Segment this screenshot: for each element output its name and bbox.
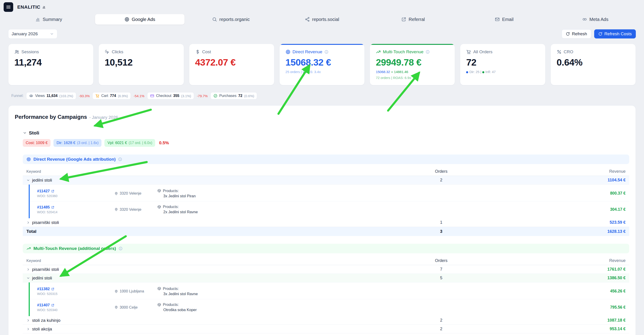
tab-referral[interactable]: Referral: [368, 14, 458, 25]
order-products: Products: 3x Jedilni stol Piran: [154, 189, 574, 198]
keyword-revenue: 1104.54 €: [484, 178, 629, 183]
direct-badge: Dir: 1628 € (3 ord. | 1.6x): [54, 139, 102, 147]
products-label: Products:: [163, 302, 179, 307]
keyword-row-pisarniski-stoli[interactable]: pisarniški stoli 7 1761.07 €: [23, 265, 629, 274]
refresh-costs-label: Refresh Costs: [604, 32, 632, 37]
keyword-row-stoli-akcija[interactable]: stoli akcija 2 953.14 €: [23, 325, 629, 333]
external-link-icon: [51, 206, 54, 209]
trending-up-icon: [26, 246, 31, 251]
info-icon[interactable]: [118, 157, 122, 161]
keyword-revenue: 1386.50 €: [484, 276, 629, 280]
refresh-label: Refresh: [572, 32, 587, 37]
order-location-text: 3000 Celje: [120, 305, 138, 309]
multi-touch-revenue-section: Multi-Touch Revenue (additional orders) …: [23, 244, 629, 335]
stage-value: 774: [110, 94, 116, 98]
products-label: Products:: [163, 286, 179, 291]
keyword: stoli za kuhinjo: [32, 318, 60, 323]
report-tabs: Summary Google Ads reports.organic repor…: [3, 14, 641, 25]
app-logo: ENALITIC: [17, 4, 46, 10]
page-title-text: Performance by Campaigns: [15, 114, 87, 120]
keyword-row-jedilni-stoli[interactable]: jedilni stoli 5 1386.50 €: [23, 274, 629, 282]
order-link[interactable]: #11427: [37, 189, 114, 193]
keyword-row-poceni-stoli[interactable]: poceni stoli 1 833.40 €: [23, 333, 629, 335]
meta-icon: [582, 17, 587, 22]
info-icon[interactable]: [118, 246, 122, 251]
orders-count: 2: [399, 326, 484, 331]
order-link[interactable]: #11407: [37, 303, 114, 307]
info-icon[interactable]: [426, 50, 430, 54]
tab-label: Summary: [42, 17, 62, 22]
tab-email[interactable]: Email: [460, 14, 549, 25]
kpi-label: Sessions: [22, 49, 39, 54]
campaign-header[interactable]: Stoli: [23, 130, 629, 136]
share-icon: [305, 17, 310, 22]
order-id: #11485: [37, 205, 50, 210]
chevron-down-icon: [50, 32, 54, 36]
map-pin-icon: [114, 305, 118, 309]
order-location-text: 3320 Velenje: [120, 191, 141, 195]
tab-label: Referral: [408, 17, 425, 22]
kpi-label: CRO: [564, 49, 573, 54]
target-icon: [124, 17, 130, 22]
stage-name: Views: [35, 94, 44, 98]
keyword-row-pisarniski-stoli[interactable]: pisarniški stoli 1 523.59 €: [23, 218, 629, 227]
period-select[interactable]: January 2026: [8, 29, 57, 39]
products-label: Products:: [163, 189, 179, 193]
funnel-stage-cart: Cart 774 (6.9%): [92, 92, 131, 100]
direct-badge-detail: (3 ord. | 1.6x): [77, 141, 99, 145]
eye-icon: [29, 94, 33, 98]
order-revenue: 795.56 €: [574, 305, 629, 310]
percent-icon: [557, 49, 562, 54]
kpi-label: Direct Revenue: [292, 49, 322, 54]
separator: |: [480, 70, 481, 74]
cart-icon: [466, 49, 471, 54]
tab-summary[interactable]: Summary: [4, 14, 93, 25]
order-location: 1000 Ljubljana: [114, 289, 154, 293]
order-products: Products: 2x Jedilni stol Ravne: [154, 205, 574, 214]
tab-reports-social[interactable]: reports.social: [277, 14, 366, 25]
refresh-costs-button[interactable]: Refresh Costs: [594, 29, 636, 39]
order-woo-id: WOO: 520315: [37, 292, 114, 296]
direct-dot: [466, 71, 468, 73]
direct-revenue-header: Direct Revenue (Google Ads attribution): [23, 155, 629, 164]
funnel-label: Funnel:: [11, 94, 24, 98]
order-link[interactable]: #11382: [37, 287, 114, 291]
formula-direct: 15068.32: [376, 70, 390, 74]
col-revenue: Revenue: [484, 258, 629, 263]
package-icon: [158, 303, 161, 306]
chevron-right-icon: [26, 327, 30, 331]
kpi-multi-touch-revenue: Multi-Touch Revenue 29949.78 € 15068.32 …: [370, 44, 455, 85]
cart-icon: [95, 94, 100, 98]
campaign-badges: Cost: 1009 € Dir: 1628 € (3 ord. | 1.6x)…: [23, 139, 629, 147]
kpi-label: Cost: [202, 49, 211, 54]
stage-name: Checkout: [156, 94, 172, 98]
funnel-stage-purchases: Purchases 72 (0.6%): [210, 92, 257, 100]
keyword-revenue: 953.14 €: [484, 326, 629, 331]
kpi-value: 29949.78 €: [376, 57, 449, 68]
campaign-cro: 0.5%: [159, 140, 169, 145]
refresh-button[interactable]: Refresh: [562, 29, 591, 39]
product-name: 3x Jedilni stol Ravne: [158, 292, 574, 296]
funnel-stage-views: Views 11,634 (103.2%): [26, 92, 76, 100]
menu-button[interactable]: [4, 2, 13, 12]
col-orders: Orders: [399, 258, 484, 263]
refresh-icon: [598, 32, 602, 36]
order-link[interactable]: #11485: [37, 205, 114, 210]
info-icon[interactable]: [324, 50, 328, 54]
keyword-row-jedilni-stoli[interactable]: jedilni stoli 2 1104.54 €: [23, 176, 629, 185]
orders-count: 1: [399, 220, 484, 225]
stage-name: Cart: [101, 94, 108, 98]
tab-reports-organic[interactable]: reports.organic: [186, 14, 276, 25]
orders-count: 5: [399, 276, 484, 280]
tab-meta-ads[interactable]: Meta Ads: [551, 14, 640, 25]
infl-count: Infl: 47: [486, 70, 496, 74]
order-location: 3320 Velenje: [114, 207, 154, 212]
package-icon: [158, 189, 161, 193]
map-pin-icon: [114, 208, 118, 211]
tab-google-ads[interactable]: Google Ads: [95, 14, 184, 25]
order-products: Products: Otroška soba Koper: [154, 302, 574, 312]
kpi-value: 72: [466, 57, 539, 68]
order-location-text: 1000 Ljubljana: [120, 289, 144, 293]
keyword-row-stoli-za-kuhinjo[interactable]: stoli za kuhinjo 2 1087.18 €: [23, 316, 629, 325]
order-location: 3320 Velenje: [114, 191, 154, 195]
